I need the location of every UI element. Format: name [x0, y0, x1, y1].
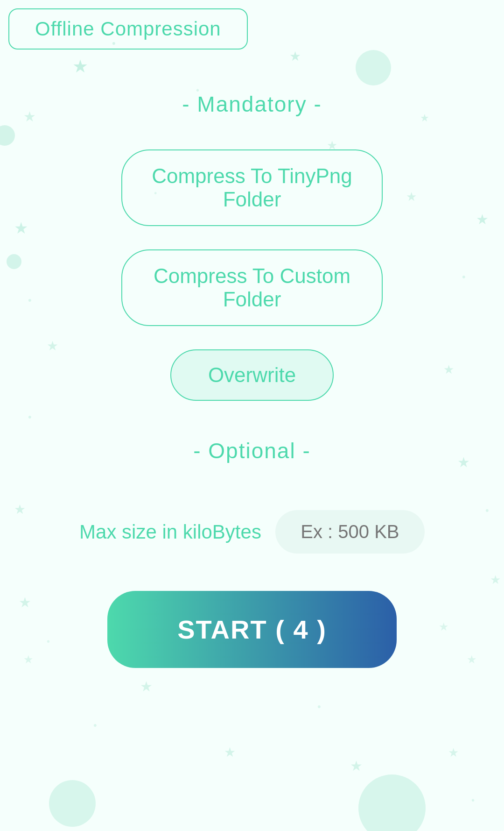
start-button[interactable]: START ( 4 ) [107, 591, 397, 668]
header-title: Offline Compression [35, 18, 221, 40]
svg-point-26 [358, 774, 426, 831]
compress-custom-button[interactable]: Compress To Custom Folder [121, 249, 383, 326]
mandatory-label: - Mandatory - [182, 92, 322, 117]
svg-text:•: • [317, 701, 321, 712]
svg-text:★: ★ [448, 746, 459, 760]
header-tab[interactable]: Offline Compression [8, 8, 248, 50]
optional-section: - Optional - Max size in kiloBytes [0, 438, 504, 554]
svg-text:•: • [93, 719, 97, 731]
main-content: - Mandatory - Compress To TinyPng Folder… [0, 50, 504, 668]
max-size-input[interactable] [275, 510, 425, 554]
svg-text:•: • [471, 795, 475, 805]
svg-text:★: ★ [350, 758, 363, 774]
overwrite-button[interactable]: Overwrite [170, 349, 334, 401]
compress-tinypng-button[interactable]: Compress To TinyPng Folder [121, 149, 383, 226]
optional-label: - Optional - [193, 438, 311, 463]
max-size-row: Max size in kiloBytes [0, 510, 504, 554]
max-size-label: Max size in kiloBytes [79, 521, 261, 543]
svg-point-22 [49, 780, 96, 827]
svg-text:★: ★ [224, 745, 236, 760]
svg-text:★: ★ [140, 679, 153, 694]
